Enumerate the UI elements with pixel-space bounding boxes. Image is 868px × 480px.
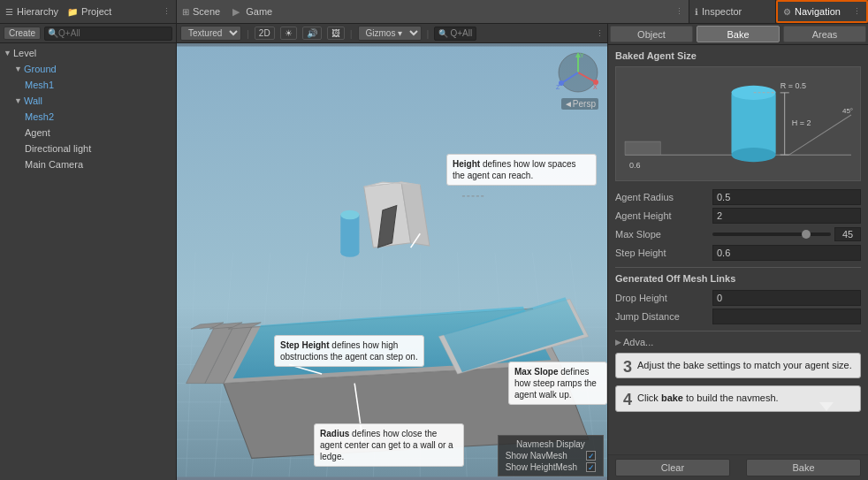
- prop-drop-height: Drop Height 0: [615, 289, 861, 307]
- callout-arrow: [819, 402, 834, 411]
- list-item[interactable]: Directional light: [0, 141, 176, 156]
- slider-thumb[interactable]: [802, 230, 811, 239]
- project-icon: 📁: [67, 7, 78, 17]
- right-panel: Object Bake Areas Baked Agent Size: [607, 24, 868, 480]
- callout-4: 4 Click bake to build the navmesh.: [615, 385, 861, 411]
- scene-viewport[interactable]: ◄Persp Y X Z: [177, 43, 607, 480]
- svg-text:R = 0.5: R = 0.5: [780, 81, 806, 90]
- tab-navigation[interactable]: ⚙ Navigation ⋮: [776, 0, 868, 23]
- list-item[interactable]: Agent: [0, 125, 176, 141]
- list-item[interactable]: ▼ Wall: [0, 93, 176, 109]
- scene-panel: Textured | 2D ☀ 🔊 🖼 | Gizmos ▾ | 🔍 Q+All…: [177, 24, 607, 480]
- svg-text:H = 2: H = 2: [792, 118, 811, 127]
- navmesh-heightmesh-row: Show HeightMesh ✓: [506, 462, 596, 472]
- svg-rect-34: [340, 215, 359, 252]
- light-button[interactable]: ☀: [280, 27, 297, 40]
- annotation-maxslope: Max Slope defines how steep ramps the ag…: [508, 362, 607, 405]
- annotation-height: Height defines how low spaces the agent …: [446, 154, 597, 186]
- svg-point-61: [731, 148, 775, 162]
- 2d-button[interactable]: 2D: [255, 27, 275, 40]
- arrow-icon: ▼: [14, 96, 22, 105]
- prop-agent-height: Agent Height 2: [615, 207, 861, 225]
- scene-toolbar: Textured | 2D ☀ 🔊 🖼 | Gizmos ▾ | 🔍 Q+All…: [177, 24, 607, 43]
- create-button[interactable]: Create: [4, 27, 41, 40]
- navmesh-title: Navmesh Display: [506, 439, 596, 449]
- audio-button[interactable]: 🔊: [302, 27, 322, 40]
- tab-bake[interactable]: Bake: [697, 26, 780, 42]
- list-item[interactable]: Mesh2: [0, 109, 176, 125]
- prop-step-height: Step Height 0.6: [615, 244, 861, 262]
- persp-label: ◄Persp: [561, 98, 598, 110]
- navmesh-display: Navmesh Display Show NavMesh ✓ Show Heig…: [498, 435, 604, 476]
- scene-search-icon: 🔍: [438, 29, 448, 38]
- tab-object[interactable]: Object: [610, 26, 693, 42]
- textured-dropdown[interactable]: Textured: [180, 26, 241, 41]
- scene-icon: ⊞: [182, 7, 189, 17]
- drop-height-value[interactable]: 0: [712, 290, 861, 306]
- nav-icon: ⚙: [783, 7, 791, 17]
- tab-areas[interactable]: Areas: [783, 26, 866, 42]
- main-content: Create 🔍 ▼ Level ▼ Ground Mesh1 ▼ Wall: [0, 24, 868, 480]
- jump-distance-value[interactable]: [712, 309, 861, 324]
- arrow-icon: ▼: [4, 49, 11, 57]
- tab-hierarchy[interactable]: ☰ Hierarchy 📁 Project ⋮: [0, 0, 177, 23]
- top-bar: ☰ Hierarchy 📁 Project ⋮ ⊞ Scene ▶ Game ⋮…: [0, 0, 868, 24]
- nav-content: Baked Agent Size 0.6 45°: [608, 45, 868, 454]
- scene-3d: [177, 43, 607, 480]
- svg-text:X: X: [593, 84, 598, 90]
- foldout-arrow: ▶: [615, 338, 621, 347]
- nav-subtabs: Object Bake Areas: [608, 24, 868, 45]
- inspector-icon: ℹ: [695, 7, 698, 17]
- hierarchy-list: ▼ Level ▼ Ground Mesh1 ▼ Wall Mesh2 Agen…: [0, 43, 176, 480]
- callout-3: 3 Adjust the bake settings to match your…: [615, 353, 861, 378]
- prop-max-slope: Max Slope 45: [615, 225, 861, 243]
- baked-agent-size-title: Baked Agent Size: [615, 50, 861, 61]
- svg-text:Y: Y: [580, 52, 584, 58]
- hierarchy-panel: Create 🔍 ▼ Level ▼ Ground Mesh1 ▼ Wall: [0, 24, 177, 480]
- bake-button[interactable]: Bake: [746, 459, 861, 476]
- offmesh-title: Generated Off Mesh Links: [615, 273, 861, 284]
- tab-scene[interactable]: ⊞ Scene ▶ Game ⋮: [177, 0, 689, 23]
- list-item[interactable]: ▼ Ground: [0, 61, 176, 77]
- svg-point-35: [340, 210, 359, 220]
- gizmos-dropdown[interactable]: Gizmos ▾: [358, 26, 422, 41]
- agent-diagram: 0.6 45° R = 0.5: [615, 66, 861, 181]
- agent-radius-value[interactable]: 0.5: [712, 189, 861, 205]
- scene-search[interactable]: 🔍 Q+All: [434, 27, 476, 41]
- separator: [615, 267, 861, 268]
- svg-text:0.6: 0.6: [629, 161, 641, 170]
- navmesh-row: Show NavMesh ✓: [506, 451, 596, 461]
- list-item[interactable]: Main Camera: [0, 156, 176, 172]
- search-box[interactable]: 🔍: [44, 27, 172, 41]
- hierarchy-icon: ☰: [5, 7, 13, 17]
- step-height-value[interactable]: 0.6: [712, 245, 861, 261]
- image-button[interactable]: 🖼: [327, 27, 345, 40]
- prop-agent-radius: Agent Radius 0.5: [615, 188, 861, 206]
- max-slope-slider[interactable]: 45: [712, 227, 861, 241]
- hierarchy-toolbar: Create 🔍: [0, 24, 176, 43]
- navmesh-checkbox[interactable]: ✓: [586, 451, 596, 461]
- advanced-foldout[interactable]: ▶ Adva...: [615, 337, 861, 347]
- heightmesh-checkbox[interactable]: ✓: [586, 462, 596, 472]
- clear-button[interactable]: Clear: [615, 459, 730, 476]
- search-icon: 🔍: [48, 28, 58, 38]
- agent-height-value[interactable]: 2: [712, 208, 861, 224]
- svg-text:45°: 45°: [842, 107, 853, 115]
- tab-inspector[interactable]: ℹ Inspector: [689, 0, 776, 23]
- arrow-icon: ▼: [14, 65, 22, 73]
- svg-rect-59: [731, 93, 775, 155]
- prop-jump-distance: Jump Distance: [615, 308, 861, 325]
- search-input[interactable]: [58, 28, 169, 38]
- nav-bottom: Clear Bake: [608, 454, 868, 480]
- annotation-stepheight: Step Height defines how high obstruction…: [274, 335, 424, 367]
- gizmo[interactable]: Y X Z: [556, 50, 600, 95]
- list-item[interactable]: ▼ Level: [0, 45, 176, 61]
- svg-rect-55: [625, 141, 660, 155]
- game-icon: ▶: [232, 6, 240, 18]
- separator2: [615, 331, 861, 331]
- svg-text:Z: Z: [556, 84, 560, 90]
- annotation-radius: Radius defines how close the agent cente…: [314, 423, 464, 467]
- list-item[interactable]: Mesh1: [0, 77, 176, 93]
